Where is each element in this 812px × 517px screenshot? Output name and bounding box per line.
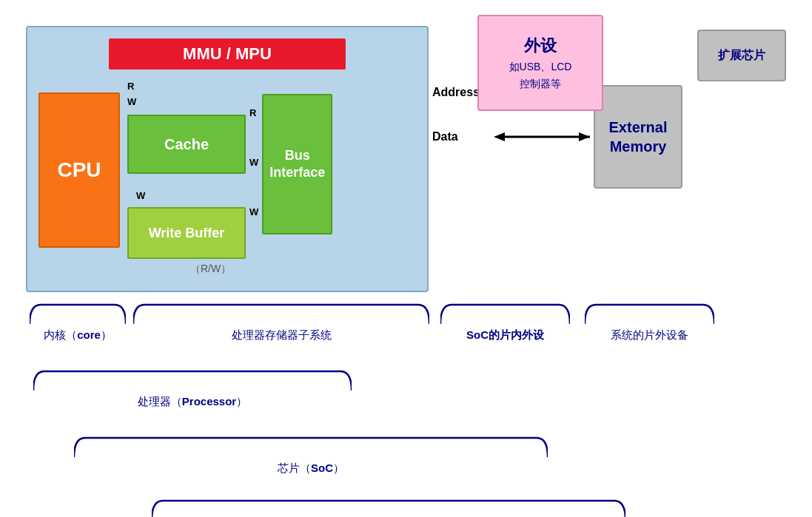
bracket-core-label: 内核（core） <box>44 328 112 342</box>
data-arrow-row: Data <box>432 129 590 144</box>
w-label-1: W <box>127 96 136 107</box>
bracket-system-svg <box>152 499 625 517</box>
peripheral-sub2: 控制器等 <box>520 78 561 91</box>
bracket-ext-devices-label: 系统的片外设备 <box>611 328 688 342</box>
expand-chip-box: 扩展芯片 <box>697 30 786 81</box>
bracket-memsub-svg <box>133 303 429 325</box>
bracket-soc-chip: 芯片（SoC） <box>74 436 548 476</box>
cache-label: Cache <box>164 136 209 153</box>
svg-marker-3 <box>494 132 505 141</box>
bracket-soc-chip-svg <box>74 436 548 459</box>
r-label-1: R <box>127 81 134 92</box>
full-layout: MMU / MPU CPU R W <box>15 15 797 292</box>
cpu-box: CPU <box>38 92 120 248</box>
bracket-processor: 处理器（Processor） <box>33 370 352 409</box>
bracket-soc-chip-label: 芯片（SoC） <box>278 462 344 476</box>
bracket-soc-peripheral-svg <box>440 303 570 325</box>
bracket-soc-peripheral: SoC的片内外设 <box>440 303 570 342</box>
bracket-ext-devices-svg <box>585 303 714 325</box>
bracket-memsub: 处理器存储器子系统 <box>133 303 429 342</box>
cpu-label: CPU <box>57 158 101 182</box>
expand-chip-label: 扩展芯片 <box>718 48 765 64</box>
bracket-core: 内核（core） <box>30 303 126 342</box>
soc-box: MMU / MPU CPU R W <box>26 26 429 292</box>
bracket-soc-peripheral-label: SoC的片内外设 <box>466 328 544 342</box>
mmu-bar: MMU / MPU <box>109 38 346 70</box>
write-buffer-label: Write Buffer <box>149 226 225 241</box>
external-memory-box: External Memory <box>594 85 682 189</box>
main-container: MMU / MPU CPU R W <box>0 0 812 517</box>
bottom-labels: 内核（core） 处理器存储器子系统 SoC的片内外设 系统的片外设备 <box>15 303 797 517</box>
external-memory-section: External Memory <box>594 26 682 189</box>
data-label: Data <box>432 130 488 143</box>
bracket-memsub-label: 处理器存储器子系统 <box>232 328 332 342</box>
bracket-core-svg <box>30 303 126 325</box>
w-label-3: W <box>249 157 258 168</box>
bracket-system: 系统（System） <box>152 499 625 517</box>
external-memory-label: External Memory <box>609 118 668 156</box>
svg-marker-4 <box>579 132 590 141</box>
rw-bottom-label: （R/W） <box>190 263 231 274</box>
peripheral-box: 外设 如USB、LCD 控制器等 <box>477 15 603 111</box>
data-arrow <box>494 129 590 144</box>
r-label-2: R <box>249 107 256 118</box>
peripheral-sub1: 如USB、LCD <box>509 61 572 74</box>
bus-interface-label: Bus Interface <box>269 147 325 182</box>
bracket-processor-label: 处理器（Processor） <box>138 395 247 409</box>
bus-interface-box: Bus Interface <box>262 94 332 234</box>
w-label-2: W <box>136 190 145 201</box>
bracket-ext-devices: 系统的片外设备 <box>585 303 714 342</box>
peripheral-title: 外设 <box>524 35 557 57</box>
cache-box: Cache <box>127 115 246 174</box>
bracket-processor-svg <box>33 370 352 392</box>
w-label-4: W <box>249 206 258 217</box>
rw-bottom: （R/W） <box>190 263 231 276</box>
write-buffer-box: Write Buffer <box>127 207 246 259</box>
right-extra-column: 扩展芯片 <box>697 26 786 81</box>
